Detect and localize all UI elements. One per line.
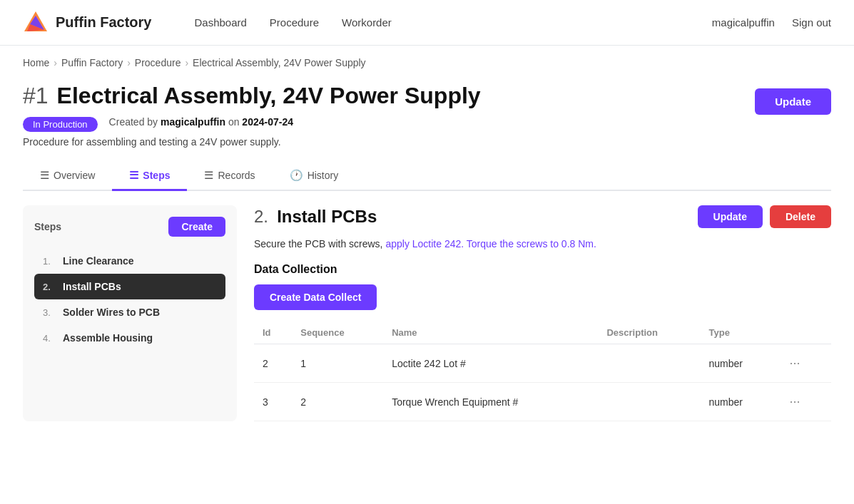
step-instruction: Secure the PCB with screws, apply Loctit… <box>254 237 831 252</box>
cell-type: number <box>701 383 777 421</box>
nav-workorder[interactable]: Workorder <box>342 16 392 29</box>
tab-steps[interactable]: ☰ Steps <box>112 162 187 191</box>
data-collection-table: Id Sequence Name Description Type 2 1 Lo… <box>254 322 831 421</box>
breadcrumb-current[interactable]: Electrical Assembly, 24V Power Supply <box>193 57 366 68</box>
cell-name: Torque Wrench Equipment # <box>383 383 598 421</box>
created-on: 2024-07-24 <box>242 116 293 128</box>
meta-line: Created by magicalpuffin on 2024-07-24 <box>109 116 293 128</box>
create-data-collect-button[interactable]: Create Data Collect <box>254 284 377 310</box>
app-name: Puffin Factory <box>56 14 151 31</box>
step-item[interactable]: 4. Assemble Housing <box>34 325 225 351</box>
step-actions: Update Delete <box>698 205 831 228</box>
page-header: #1 Electrical Assembly, 24V Power Supply… <box>0 77 854 148</box>
step-detail-header: 2. Install PCBs Update Delete <box>254 205 831 228</box>
breadcrumb: Home › Puffin Factory › Procedure › Elec… <box>0 46 854 77</box>
content-area: Steps Create 1. Line Clearance 2. Instal… <box>0 191 854 436</box>
tab-history[interactable]: 🕐 History <box>273 162 356 191</box>
row-actions-button[interactable]: ··· <box>786 393 805 411</box>
steps-panel-title: Steps <box>34 221 61 232</box>
tab-records[interactable]: ☰ Records <box>187 162 272 191</box>
steps-panel: Steps Create 1. Line Clearance 2. Instal… <box>23 205 237 421</box>
page-name: Electrical Assembly, 24V Power Supply <box>57 83 481 109</box>
steps-icon: ☰ <box>129 169 138 182</box>
page-title: #1 Electrical Assembly, 24V Power Supply <box>23 83 755 109</box>
cell-description <box>598 344 700 383</box>
steps-header: Steps Create <box>34 217 225 237</box>
cell-id: 3 <box>254 383 292 421</box>
row-actions-button[interactable]: ··· <box>786 354 805 372</box>
signout-link[interactable]: Sign out <box>792 16 831 29</box>
cell-type: number <box>701 344 777 383</box>
cell-sequence: 2 <box>292 383 383 421</box>
nav-user: magicalpuffin <box>712 16 775 29</box>
data-collection-title: Data Collection <box>254 263 831 276</box>
cell-actions[interactable]: ··· <box>777 344 831 383</box>
nav-dashboard[interactable]: Dashboard <box>194 16 246 29</box>
cell-actions[interactable]: ··· <box>777 383 831 421</box>
records-icon: ☰ <box>204 169 213 182</box>
table-row: 3 2 Torque Wrench Equipment # number ··· <box>254 383 831 421</box>
col-type: Type <box>701 322 777 344</box>
page-description: Procedure for assembling and testing a 2… <box>23 136 755 148</box>
table-header-row: Id Sequence Name Description Type <box>254 322 831 344</box>
tab-overview[interactable]: ☰ Overview <box>23 162 112 191</box>
nav-procedure[interactable]: Procedure <box>270 16 319 29</box>
logo-icon <box>23 10 49 36</box>
update-button[interactable]: Update <box>755 88 831 115</box>
step-item[interactable]: 2. Install PCBs <box>34 274 225 299</box>
created-by: magicalpuffin <box>161 116 225 128</box>
step-detail: 2. Install PCBs Update Delete Secure the… <box>254 205 831 421</box>
page-number: #1 <box>23 83 49 109</box>
breadcrumb-procedure[interactable]: Procedure <box>135 57 181 68</box>
col-sequence: Sequence <box>292 322 383 344</box>
col-id: Id <box>254 322 292 344</box>
status-badge: In Production <box>23 117 98 132</box>
app-logo[interactable]: Puffin Factory <box>23 10 151 36</box>
page-title-area: #1 Electrical Assembly, 24V Power Supply… <box>23 83 755 148</box>
step-detail-title-area: 2. Install PCBs <box>254 207 377 227</box>
history-icon: 🕐 <box>290 169 303 182</box>
col-name: Name <box>383 322 598 344</box>
create-step-button[interactable]: Create <box>168 217 225 237</box>
col-description: Description <box>598 322 700 344</box>
update-step-button[interactable]: Update <box>698 205 763 228</box>
delete-step-button[interactable]: Delete <box>770 205 831 228</box>
cell-description <box>598 383 700 421</box>
step-detail-title: Install PCBs <box>277 207 377 226</box>
navbar: Puffin Factory Dashboard Procedure Worko… <box>0 0 854 46</box>
cell-name: Loctite 242 Lot # <box>383 344 598 383</box>
breadcrumb-factory[interactable]: Puffin Factory <box>61 57 123 68</box>
step-item[interactable]: 3. Solder Wires to PCB <box>34 299 225 325</box>
cell-id: 2 <box>254 344 292 383</box>
cell-sequence: 1 <box>292 344 383 383</box>
nav-links: Dashboard Procedure Workorder <box>194 16 711 29</box>
breadcrumb-home[interactable]: Home <box>23 57 49 68</box>
step-item[interactable]: 1. Line Clearance <box>34 248 225 274</box>
table-row: 2 1 Loctite 242 Lot # number ··· <box>254 344 831 383</box>
nav-right: magicalpuffin Sign out <box>712 16 831 29</box>
overview-icon: ☰ <box>40 169 49 182</box>
tabs: ☰ Overview ☰ Steps ☰ Records 🕐 History <box>23 162 831 191</box>
step-detail-num: 2. <box>254 207 268 226</box>
col-actions <box>777 322 831 344</box>
